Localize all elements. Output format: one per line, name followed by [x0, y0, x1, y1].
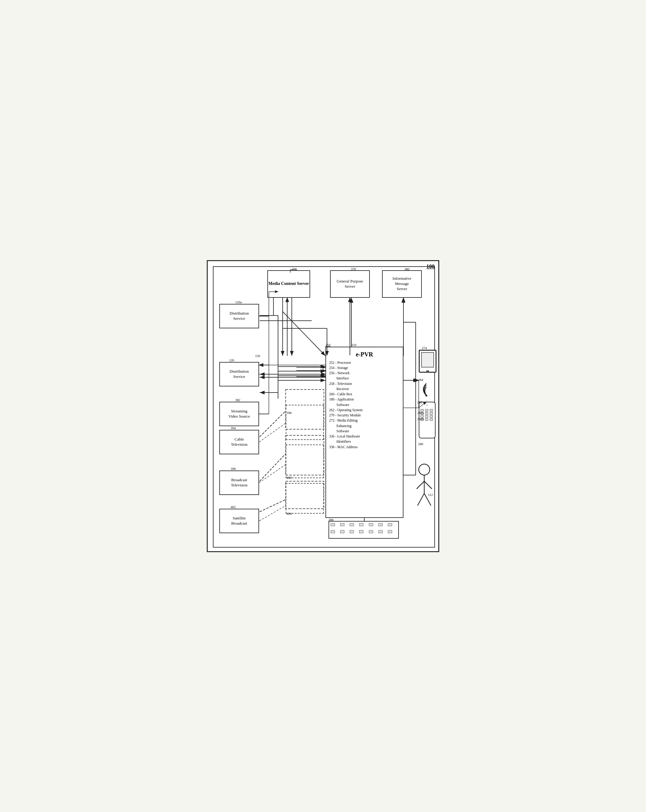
ref-112: 112 — [428, 493, 433, 496]
ref-394: 394 — [231, 426, 236, 430]
epvr-network: 256 - Network — [329, 371, 400, 376]
epvr-app-software-indent: Software — [329, 402, 400, 408]
remote-btn-5 — [425, 412, 428, 415]
ref-400: 400 — [286, 476, 292, 479]
remote-btn-6 — [430, 412, 433, 415]
key-13 — [378, 530, 383, 533]
key-2 — [340, 523, 344, 526]
general-purpose-server-box: General PurposeServer — [330, 270, 370, 298]
ref-382: 382 — [235, 398, 240, 402]
epvr-local-hw: 336 - Local Hardware — [329, 434, 400, 439]
svg-line-42 — [416, 481, 424, 489]
ref-404: 404 — [286, 512, 292, 516]
svg-point-39 — [426, 395, 427, 397]
svg-line-34 — [260, 499, 286, 512]
svg-line-10 — [283, 311, 325, 356]
epvr-storage: 254 - Storage — [329, 365, 400, 371]
remote-btn-9 — [430, 415, 433, 418]
epvr-local-hw-2: Identifiers — [329, 439, 400, 444]
wireless-arcs-svg — [417, 380, 436, 399]
svg-line-33 — [260, 454, 286, 481]
ref-282b: 282b — [417, 417, 424, 421]
satellite-broadcast-box: SatelliteBroadcast — [219, 509, 259, 533]
ref-280: 280 — [418, 442, 423, 446]
ref-110: 110 — [351, 343, 356, 347]
key-10 — [350, 530, 354, 533]
tv-monitor: ▬ — [419, 350, 436, 373]
ref-282a: 282a — [417, 411, 424, 415]
cable-television-box: CableTelevision — [219, 430, 259, 454]
key-8 — [331, 530, 335, 533]
diagram: 100 — [207, 260, 439, 552]
dashed-box-404 — [286, 483, 324, 514]
remote-btn-2 — [425, 409, 428, 412]
epvr-network-indent: Interface — [329, 376, 400, 381]
broadcast-television-box: BroadcastTelevision — [219, 470, 259, 495]
streaming-video-source-box: StreamingVideo Source — [219, 402, 259, 426]
distribution-service-box: DistributionService — [219, 362, 259, 386]
keyboard — [329, 521, 399, 539]
dashed-box-396 — [286, 405, 324, 440]
epvr-cable-box: 260 - Cable Box — [329, 392, 400, 397]
remote-btn-8 — [425, 415, 428, 418]
epvr-mac: 338 - MAC Address — [329, 444, 400, 450]
svg-line-44 — [418, 493, 424, 506]
ref-150: 150 — [255, 354, 260, 358]
ref-100: 100 — [426, 264, 435, 270]
epvr-tv-receiver: 258 - Television — [329, 381, 400, 386]
key-9 — [340, 530, 344, 533]
svg-line-74 — [259, 506, 286, 521]
epvr-media-editing-2: Enhancing — [329, 423, 400, 429]
remote-btn-12 — [430, 418, 433, 421]
ref-376-bracket — [290, 267, 303, 273]
ref-284: 284 — [418, 378, 423, 382]
ref-398: 398 — [231, 467, 236, 470]
key-5 — [369, 523, 373, 526]
dashed-box-400 — [286, 444, 324, 478]
key-1 — [331, 523, 335, 526]
key-4 — [359, 523, 363, 526]
ref-250: 250 — [325, 343, 331, 347]
svg-line-72 — [259, 423, 286, 442]
epvr-processor: 252 - Processor — [329, 360, 400, 365]
epvr-title: e-PVR — [329, 350, 400, 359]
distribution-service-a-box: DistributionService — [219, 304, 259, 328]
ref-396: 396 — [286, 411, 292, 415]
key-12 — [369, 530, 373, 533]
epvr-security: 270 - Security Module — [329, 413, 400, 418]
key-14 — [388, 530, 392, 533]
ref-286: 286 — [329, 518, 334, 522]
svg-line-73 — [259, 464, 286, 483]
epvr-app-software: 180 - Application — [329, 397, 400, 402]
remote-btn-11 — [425, 418, 428, 421]
svg-line-43 — [424, 481, 432, 489]
tv-screen — [421, 352, 434, 368]
wifi-signal — [417, 380, 436, 401]
stick-figure-svg — [412, 463, 436, 512]
epvr-box: e-PVR 252 - Processor 254 - Storage 256 … — [325, 347, 403, 518]
epvr-media-editing: 272 - Media Editing — [329, 418, 400, 423]
remote-btn-3 — [430, 409, 433, 412]
key-11 — [359, 530, 363, 533]
svg-point-40 — [419, 464, 430, 475]
media-content-server-box: Media Content Server — [267, 270, 310, 298]
key-7 — [388, 523, 392, 526]
epvr-tv-receiver-indent: Receiver — [329, 386, 400, 392]
ref-282: 282 — [417, 400, 423, 404]
svg-line-32 — [260, 411, 286, 437]
ref-402: 402 — [231, 505, 236, 509]
tv-base: ▬ — [419, 369, 436, 372]
ref-380: 380 — [404, 267, 410, 271]
epvr-os: 262 - Operating System — [329, 408, 400, 413]
ref-274: 274 — [422, 346, 427, 350]
key-3 — [350, 523, 354, 526]
epvr-content: e-PVR 252 - Processor 254 - Storage 256 … — [326, 347, 403, 517]
ref-120: 120 — [229, 358, 234, 362]
key-6 — [378, 523, 383, 526]
informative-message-server-box: InformativeMessageServer — [382, 270, 422, 298]
ref-120a: 120a — [235, 300, 242, 304]
ref-378: 378 — [351, 267, 356, 271]
epvr-media-editing-3: Software — [329, 429, 400, 434]
